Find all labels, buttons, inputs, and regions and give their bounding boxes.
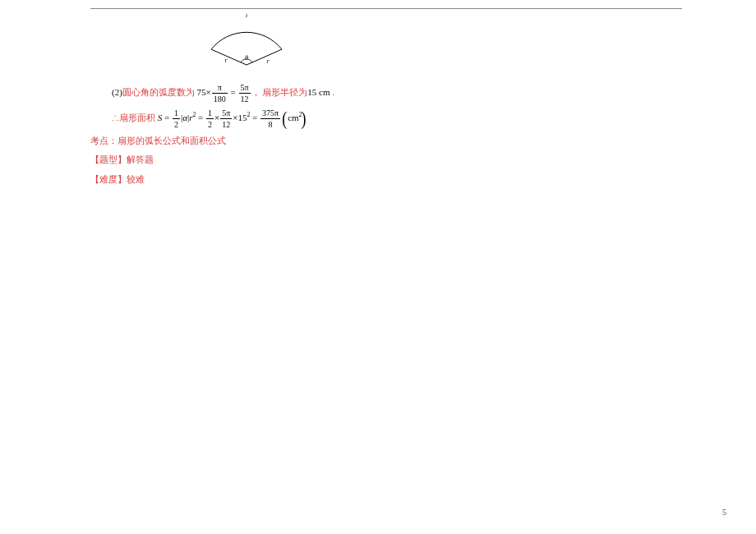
area-calculation-line: ∴扇形面积 S = 12|α|r2 = 12×5π12×152 = 375π8(… [112,108,682,129]
item-number: (2) [112,87,122,97]
difficulty-label: 【难度】 [90,174,127,184]
angle-conversion-line: (2)圆心角的弧度数为 75×π180 = 5π12 ， 扇形半径为15 cm … [112,83,682,104]
frac-375pi-8: 375π8 [260,108,280,129]
svg-text:l: l [246,14,248,19]
svg-text:r: r [224,57,228,64]
paren-open: ( [282,108,287,127]
fifteen: 15 [238,113,247,122]
keypoint-line: 考点：扇形的弧长公式和面积公式 [90,134,682,149]
page-rule [90,8,682,9]
svg-text:r: r [266,58,270,65]
qtype-label: 【题型】 [90,154,127,164]
comma: ， [251,87,260,97]
therefore-symbol: ∴ [112,113,119,122]
area-label: 扇形面积 [119,113,155,122]
difficulty-line: 【难度】较难 [90,173,682,187]
difficulty-text: 较难 [127,174,145,184]
paren-close: ) [301,108,306,127]
qtype-text: 解答题 [127,154,154,164]
var-S: S [158,113,163,122]
frac-5pi-12-b: 5π12 [220,108,232,129]
keypoint-label: 考点： [90,136,118,145]
frac-5pi-12: 5π12 [239,83,251,104]
frac-pi-180: π180 [212,83,228,104]
keypoint-text: 扇形的弧长公式和面积公式 [118,136,226,145]
radius-text: 扇形半径为 [262,87,307,97]
unit-cm: cm [288,113,298,122]
svg-text:θ: θ [245,54,248,62]
angle-text-a: 圆心角的弧度数为 [122,87,195,97]
question-type-line: 【题型】解答题 [90,153,682,168]
frac-half-1: 12 [173,108,180,129]
page-number: 5 [722,506,726,519]
sector-diagram: l θ r r [193,14,682,76]
radius-value: 15 cm [307,87,330,97]
seventy-five: 75 [197,87,206,97]
frac-half-2: 12 [206,108,214,129]
period: . [332,87,334,97]
